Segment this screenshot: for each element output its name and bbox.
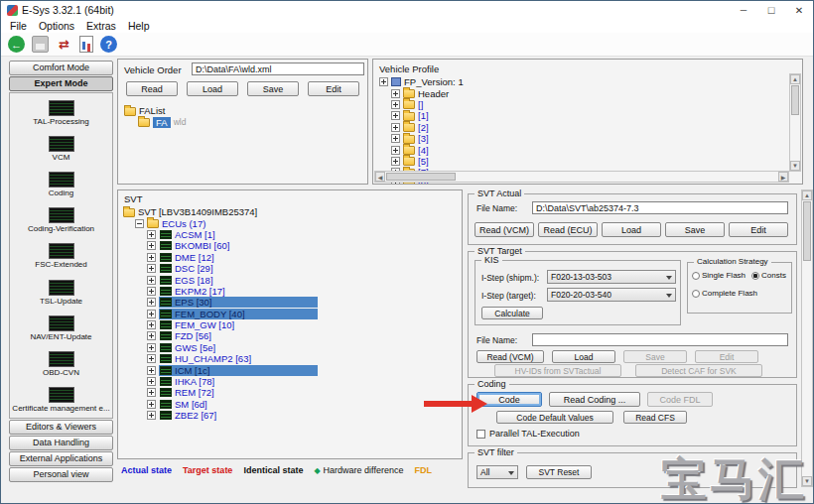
- expand-icon[interactable]: [147, 400, 156, 409]
- actual-save-button[interactable]: Save: [665, 222, 725, 237]
- sidebar-item-vcm[interactable]: VCM: [10, 131, 112, 167]
- sidebar-item-coding-verification[interactable]: Coding-Verification: [10, 202, 112, 238]
- ecu-row-selected[interactable]: ICM [1c]: [123, 364, 318, 375]
- fa-node[interactable]: FA wld: [124, 116, 186, 127]
- expand-icon[interactable]: [391, 111, 400, 120]
- ecu-row[interactable]: BKOMBI [60]: [123, 240, 318, 251]
- expand-icon[interactable]: [147, 230, 156, 239]
- right-panel-scrollbar[interactable]: [801, 189, 813, 487]
- sidebar-item-tsl-update[interactable]: TSL-Update: [10, 275, 112, 311]
- scroll-thumb[interactable]: [791, 85, 799, 115]
- order-edit-button[interactable]: Edit: [308, 81, 359, 96]
- menu-extras[interactable]: Extras: [80, 20, 122, 32]
- parallel-tal-checkbox[interactable]: Parallel TAL-Execution: [476, 429, 580, 439]
- actual-read-vcm-button[interactable]: Read (VCM): [475, 222, 534, 237]
- expand-icon[interactable]: [147, 343, 156, 352]
- profile-tree-item[interactable]: [1]: [379, 110, 464, 121]
- menu-help[interactable]: Help: [122, 20, 156, 32]
- scroll-left-icon[interactable]: [375, 172, 385, 182]
- ecu-row[interactable]: IHKA [78]: [123, 376, 318, 387]
- actual-edit-button[interactable]: Edit: [729, 222, 788, 237]
- save-icon[interactable]: [32, 36, 49, 53]
- ecu-row[interactable]: SM [6d]: [123, 399, 318, 410]
- expand-icon[interactable]: [147, 388, 156, 397]
- expand-icon[interactable]: [391, 146, 400, 155]
- sidebar-item-fsc-extended[interactable]: FSC-Extended: [10, 238, 112, 274]
- vehicle-order-path-field[interactable]: D:\Data\FA\wld.xml: [192, 63, 364, 75]
- scroll-thumb[interactable]: [386, 173, 456, 181]
- svt-filter-dropdown[interactable]: All: [476, 465, 518, 479]
- consts-radio[interactable]: Consts: [751, 271, 786, 280]
- sidebar-editors-viewers[interactable]: Editors & Viewers: [9, 420, 113, 435]
- scroll-right-icon[interactable]: [778, 172, 788, 182]
- svt-reset-button[interactable]: SVT Reset: [526, 465, 592, 479]
- actual-load-button[interactable]: Load: [602, 222, 661, 237]
- expand-icon[interactable]: [147, 264, 156, 273]
- expand-icon[interactable]: [379, 77, 388, 86]
- sidebar-item-coding[interactable]: Coding: [10, 167, 112, 202]
- profile-tree-item[interactable]: [2]: [379, 122, 464, 133]
- menu-options[interactable]: Options: [33, 20, 80, 32]
- expand-icon[interactable]: [391, 123, 400, 132]
- maximize-button[interactable]: [757, 1, 785, 19]
- profile-horizontal-scrollbar[interactable]: [374, 171, 789, 183]
- ecus-node[interactable]: ECUs (17): [123, 217, 318, 228]
- scroll-up-icon[interactable]: [802, 190, 812, 200]
- target-edit-button[interactable]: Edit: [695, 350, 758, 363]
- ecu-row-selected[interactable]: EPS [30]: [123, 297, 318, 308]
- profile-tree-item[interactable]: [5]: [379, 156, 464, 167]
- profile-tree-item[interactable]: []: [379, 99, 464, 110]
- ecu-row-selected[interactable]: FEM_BODY [40]: [123, 309, 318, 319]
- connect-icon[interactable]: [8, 36, 25, 53]
- falist-node[interactable]: FAList: [124, 105, 186, 116]
- ecu-row[interactable]: REM [72]: [123, 387, 318, 398]
- expand-icon[interactable]: [147, 377, 156, 386]
- expand-icon[interactable]: [147, 287, 156, 296]
- ecu-row[interactable]: FEM_GW [10]: [123, 319, 318, 330]
- ecu-row[interactable]: FZD [56]: [123, 330, 318, 341]
- istep-target-dropdown[interactable]: F020-20-03-540: [547, 288, 676, 302]
- detect-caf-button[interactable]: Detect CAF for SVK: [635, 364, 762, 377]
- expand-icon[interactable]: [147, 298, 156, 307]
- order-save-button[interactable]: Save: [247, 81, 299, 96]
- expand-icon[interactable]: [147, 276, 156, 285]
- collapse-icon[interactable]: [135, 219, 144, 228]
- sidebar-comfort-mode[interactable]: Comfort Mode: [9, 61, 113, 75]
- calculate-button[interactable]: Calculate: [481, 307, 543, 319]
- code-fdl-button[interactable]: Code FDL: [647, 392, 713, 407]
- expand-icon[interactable]: [147, 253, 156, 262]
- target-read-vcm-button[interactable]: Read (VCM): [476, 350, 544, 363]
- scroll-up-icon[interactable]: [790, 74, 800, 84]
- svt-actual-file-field[interactable]: D:\Data\SVT\ab25374-7.3: [532, 201, 788, 214]
- scroll-thumb[interactable]: [803, 201, 811, 261]
- target-save-button[interactable]: Save: [623, 350, 687, 363]
- scroll-down-icon[interactable]: [790, 161, 800, 171]
- read-coding-button[interactable]: Read Coding ...: [549, 392, 640, 407]
- ecu-row[interactable]: ACSM [1]: [123, 229, 318, 240]
- expand-icon[interactable]: [147, 411, 156, 420]
- menu-file[interactable]: File: [4, 20, 33, 32]
- read-cfs-button[interactable]: Read CFS: [623, 411, 687, 424]
- sidebar-item-obd-cvn[interactable]: OBD-CVN: [10, 346, 112, 382]
- svt-root-node[interactable]: SVT [LBV3B1409IMB25374]: [123, 206, 318, 217]
- profile-tree-item[interactable]: Header: [379, 87, 464, 98]
- target-load-button[interactable]: Load: [552, 350, 615, 363]
- profile-tree-item[interactable]: [4]: [379, 144, 464, 155]
- sidebar-data-handling[interactable]: Data Handling: [9, 436, 113, 450]
- ecu-row[interactable]: EGS [18]: [123, 274, 318, 285]
- transfer-icon[interactable]: [56, 36, 72, 53]
- expand-icon[interactable]: [147, 320, 156, 329]
- fp-version-node[interactable]: FP_Version: 1: [379, 76, 464, 87]
- order-load-button[interactable]: Load: [187, 81, 238, 96]
- expand-icon[interactable]: [391, 100, 400, 109]
- ecu-row[interactable]: HU_CHAMP2 [63]: [123, 353, 318, 364]
- sidebar-item-tal-processing[interactable]: TAL-Processing: [10, 95, 112, 131]
- expand-icon[interactable]: [391, 89, 400, 98]
- expand-icon[interactable]: [147, 310, 156, 318]
- expand-icon[interactable]: [147, 366, 156, 375]
- sidebar-item-nav-ent-update[interactable]: NAV/ENT-Update: [10, 311, 112, 346]
- istep-shipment-dropdown[interactable]: F020-13-03-503: [547, 270, 676, 284]
- svt-target-file-field[interactable]: [532, 333, 788, 346]
- ecu-row[interactable]: GWS [5e]: [123, 342, 318, 353]
- single-flash-radio[interactable]: Single Flash: [692, 271, 746, 280]
